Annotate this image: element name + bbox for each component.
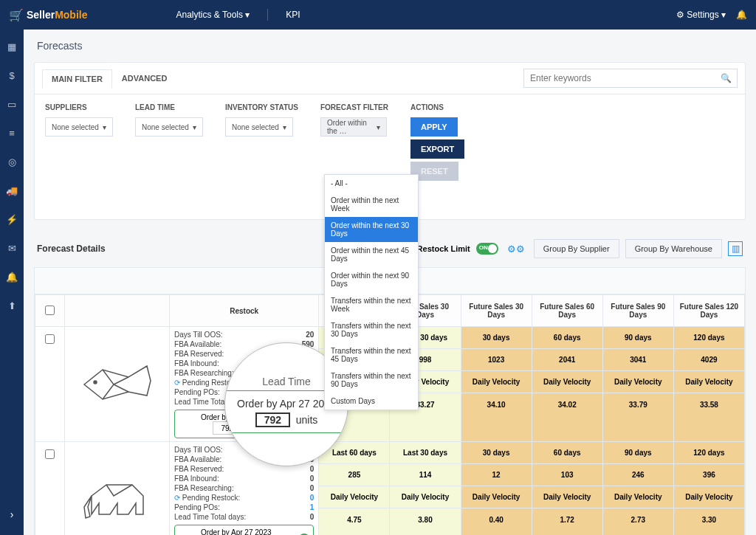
bell-icon[interactable]: 🔔: [736, 10, 747, 20]
menu-analytics[interactable]: Analytics & Tools ▾: [176, 10, 250, 20]
chevron-down-icon: ▾: [721, 10, 726, 20]
top-bar: 🛒 SellerMobile Analytics & Tools ▾ KPI ⚙…: [0, 0, 756, 30]
chevron-down-icon: ▾: [245, 10, 250, 20]
menu-kpi[interactable]: KPI: [286, 10, 300, 20]
gear-icon: ⚙: [676, 10, 684, 20]
cart-icon: 🛒: [9, 8, 24, 22]
logo: 🛒 SellerMobile: [9, 8, 87, 22]
settings-menu[interactable]: ⚙ Settings ▾: [676, 10, 726, 20]
